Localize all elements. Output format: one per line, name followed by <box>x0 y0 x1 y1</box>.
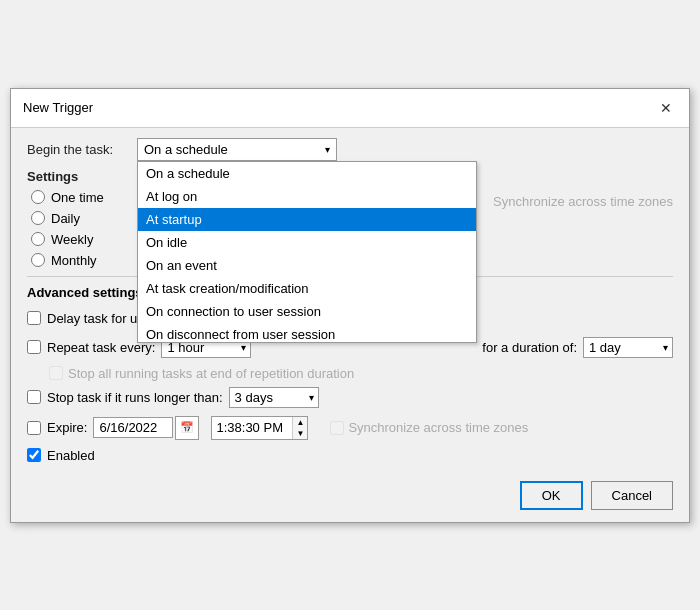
time-up-button[interactable]: ▲ <box>293 417 307 428</box>
expire-sync-container: Synchronize across time zones <box>330 420 528 435</box>
option-on-a-schedule[interactable]: On a schedule <box>138 162 476 185</box>
radio-weekly-row: Weekly <box>31 232 104 247</box>
duration-value-dropdown[interactable]: 1 day <box>583 337 673 358</box>
duration-value: 1 day <box>589 340 621 355</box>
enabled-row: Enabled <box>27 448 673 463</box>
expire-sync-label: Synchronize across time zones <box>348 420 528 435</box>
dialog-footer: OK Cancel <box>11 473 689 522</box>
begin-task-row: Begin the task: On a schedule On a sched… <box>27 138 673 161</box>
radio-weekly-label: Weekly <box>51 232 93 247</box>
time-spinner: ▲ ▼ <box>211 416 308 440</box>
new-trigger-dialog: New Trigger ✕ Begin the task: On a sched… <box>10 88 690 523</box>
cancel-button[interactable]: Cancel <box>591 481 673 510</box>
expire-checkbox[interactable] <box>27 421 41 435</box>
option-on-an-event[interactable]: On an event <box>138 254 476 277</box>
expire-sync-checkbox <box>330 421 344 435</box>
option-at-log-on[interactable]: At log on <box>138 185 476 208</box>
expire-label: Expire: <box>47 420 87 435</box>
radio-daily[interactable] <box>31 211 45 225</box>
option-on-connection[interactable]: On connection to user session <box>138 300 476 323</box>
option-on-disconnect[interactable]: On disconnect from user session <box>138 323 476 342</box>
option-on-idle[interactable]: On idle <box>138 231 476 254</box>
stop-longer-label: Stop task if it runs longer than: <box>47 390 223 405</box>
stop-longer-dropdown[interactable]: 3 days <box>229 387 319 408</box>
spin-buttons: ▲ ▼ <box>292 417 307 439</box>
calendar-icon[interactable]: 📅 <box>175 416 199 440</box>
enabled-checkbox[interactable] <box>27 448 41 462</box>
stop-longer-value: 3 days <box>235 390 273 405</box>
repeat-task-checkbox[interactable] <box>27 340 41 354</box>
radio-one-time-row: One time <box>31 190 104 205</box>
radio-monthly-row: Monthly <box>31 253 104 268</box>
begin-task-dropdown-wrapper: On a schedule On a schedule At log on At… <box>137 138 337 161</box>
sync-label-settings: Synchronize across time zones <box>493 190 673 209</box>
stop-all-row: Stop all running tasks at end of repetit… <box>49 366 673 381</box>
expire-time-container: ▲ ▼ <box>211 416 308 440</box>
for-duration-container: for a duration of: 1 day <box>482 337 673 358</box>
begin-task-options: On a schedule At log on At startup On id… <box>138 162 476 342</box>
radio-weekly[interactable] <box>31 232 45 246</box>
option-at-task-creation[interactable]: At task creation/modification <box>138 277 476 300</box>
begin-task-list: On a schedule At log on At startup On id… <box>137 161 477 343</box>
dialog-content: Begin the task: On a schedule On a sched… <box>11 128 689 473</box>
radio-monthly-label: Monthly <box>51 253 97 268</box>
radio-daily-label: Daily <box>51 211 80 226</box>
dialog-title: New Trigger <box>23 100 93 115</box>
enabled-label: Enabled <box>47 448 95 463</box>
stop-all-label: Stop all running tasks at end of repetit… <box>68 366 354 381</box>
stop-all-checkbox <box>49 366 63 380</box>
begin-task-value: On a schedule <box>144 142 228 157</box>
expire-date-container: 📅 <box>93 416 199 440</box>
delay-task-checkbox[interactable] <box>27 311 41 325</box>
begin-task-dropdown[interactable]: On a schedule <box>137 138 337 161</box>
close-button[interactable]: ✕ <box>655 97 677 119</box>
radio-one-time-label: One time <box>51 190 104 205</box>
option-at-startup[interactable]: At startup <box>138 208 476 231</box>
time-down-button[interactable]: ▼ <box>293 428 307 439</box>
begin-task-label: Begin the task: <box>27 142 137 157</box>
radio-monthly[interactable] <box>31 253 45 267</box>
radio-daily-row: Daily <box>31 211 104 226</box>
stop-longer-checkbox[interactable] <box>27 390 41 404</box>
radio-one-time[interactable] <box>31 190 45 204</box>
stop-longer-row: Stop task if it runs longer than: 3 days <box>27 387 673 408</box>
expire-date-input[interactable] <box>93 417 173 438</box>
expire-time-input[interactable] <box>212 418 292 437</box>
for-duration-label: for a duration of: <box>482 340 577 355</box>
ok-button[interactable]: OK <box>520 481 583 510</box>
radio-group: One time Daily Weekly Monthly <box>31 190 104 268</box>
expire-row: Expire: 📅 ▲ ▼ Synchroni <box>27 416 673 440</box>
title-bar: New Trigger ✕ <box>11 89 689 128</box>
